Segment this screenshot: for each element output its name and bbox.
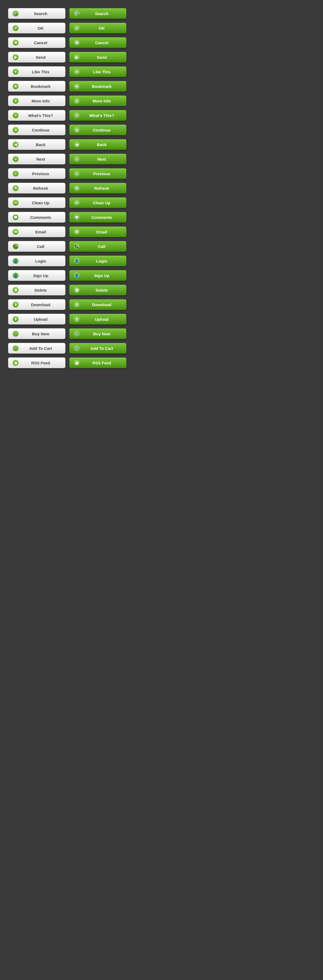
btn-white-previous[interactable]: «Previous — [8, 168, 65, 179]
icon-green-whats-this: ? — [74, 112, 80, 118]
btn-label: Email — [21, 230, 61, 234]
btn-green-clean-up[interactable]: ✂Clean Up — [69, 197, 127, 208]
btn-white-rss-feed[interactable]: ◉RSS Feed — [8, 357, 65, 368]
btn-green-comments[interactable]: 💬Comments — [69, 212, 127, 223]
btn-white-upload[interactable]: ⬆Upload — [8, 314, 65, 325]
icon-like-this: ♥ — [13, 69, 19, 75]
btn-green-bookmark[interactable]: ★Bookmark — [69, 81, 127, 92]
btn-green-email[interactable]: ✉Email — [69, 226, 127, 237]
btn-white-ok[interactable]: ✔OK — [8, 23, 65, 33]
btn-green-login[interactable]: 👤Login — [69, 256, 127, 266]
btn-green-whats-this[interactable]: ?What's This? — [69, 110, 127, 121]
btn-label: Comments — [82, 215, 122, 220]
icon-send: ▶ — [13, 54, 19, 60]
btn-label: RSS Feed — [21, 361, 61, 365]
btn-label: Refresh — [21, 186, 61, 191]
btn-label: Bookmark — [82, 84, 122, 89]
btn-white-continue[interactable]: ⊙Continue — [8, 124, 65, 135]
icon-search: 🔍 — [13, 11, 19, 16]
btn-green-download[interactable]: ⬇Download — [69, 299, 127, 310]
btn-white-comments[interactable]: 💬Comments — [8, 212, 65, 223]
btn-white-bookmark[interactable]: ★Bookmark — [8, 81, 65, 92]
btn-label: More Info — [82, 99, 122, 103]
btn-green-sign-up[interactable]: 👤Sign Up — [69, 270, 127, 281]
btn-green-delete[interactable]: 🗑Delete — [69, 285, 127, 295]
btn-label: Continue — [21, 128, 61, 132]
btn-label: Previous — [21, 172, 61, 176]
btn-white-email[interactable]: ✉Email — [8, 226, 65, 237]
btn-white-send[interactable]: ▶Send — [8, 52, 65, 62]
btn-green-next[interactable]: »Next — [69, 154, 127, 164]
btn-green-search[interactable]: 🔍Search — [69, 8, 127, 19]
btn-label: Upload — [82, 317, 122, 321]
icon-green-more-info: ℹ — [74, 98, 80, 104]
icon-upload: ⬆ — [13, 316, 19, 322]
icon-login: 👤 — [13, 258, 19, 264]
icon-green-upload: ⬆ — [74, 316, 80, 322]
btn-white-more-info[interactable]: ℹMore Info — [8, 95, 65, 106]
btn-green-send[interactable]: ▶Send — [69, 52, 127, 62]
btn-green-add-to-cart[interactable]: 🛒Add To Cart — [69, 343, 127, 354]
icon-green-back: ◀ — [74, 142, 80, 148]
icon-download: ⬇ — [13, 302, 19, 307]
btn-green-ok[interactable]: ✔OK — [69, 23, 127, 33]
btn-label: Like This — [21, 70, 61, 74]
btn-white-refresh[interactable]: ↻Refresh — [8, 183, 65, 194]
btn-label: Download — [21, 302, 61, 307]
btn-white-call[interactable]: 📞Call — [8, 241, 65, 252]
btn-green-cancel[interactable]: ✖Cancel — [69, 37, 127, 48]
icon-green-clean-up: ✂ — [74, 200, 80, 206]
btn-label: Buy Now — [21, 331, 61, 336]
btn-white-like-this[interactable]: ♥Like This — [8, 66, 65, 77]
btn-white-cancel[interactable]: ✖Cancel — [8, 37, 65, 48]
icon-cancel: ✖ — [13, 40, 19, 46]
icon-green-delete: 🗑 — [74, 287, 80, 293]
btn-label: Clean Up — [82, 200, 122, 205]
btn-white-login[interactable]: 👤Login — [8, 256, 65, 266]
btn-green-previous[interactable]: «Previous — [69, 168, 127, 179]
btn-green-like-this[interactable]: ♥Like This — [69, 66, 127, 77]
icon-whats-this: ? — [13, 112, 19, 118]
btn-white-buy-now[interactable]: 🛒Buy Now — [8, 328, 65, 339]
btn-white-back[interactable]: ◀Back — [8, 139, 65, 150]
btn-white-delete[interactable]: 🗑Delete — [8, 285, 65, 295]
btn-green-upload[interactable]: ⬆Upload — [69, 314, 127, 325]
btn-label: Login — [82, 259, 122, 263]
btn-white-whats-this[interactable]: ?What's This? — [8, 110, 65, 121]
btn-green-continue[interactable]: ⊙Continue — [69, 124, 127, 135]
icon-next: » — [13, 156, 19, 162]
btn-label: What's This? — [82, 113, 122, 118]
icon-green-email: ✉ — [74, 229, 80, 235]
btn-green-rss-feed[interactable]: ◉RSS Feed — [69, 357, 127, 368]
icon-green-rss-feed: ◉ — [74, 360, 80, 366]
btn-green-more-info[interactable]: ℹMore Info — [69, 95, 127, 106]
icon-ok: ✔ — [13, 25, 19, 31]
btn-label: OK — [21, 26, 61, 30]
icon-comments: 💬 — [13, 214, 19, 220]
btn-label: More Info — [21, 99, 61, 103]
icon-green-refresh: ↻ — [74, 185, 80, 191]
icon-green-comments: 💬 — [74, 214, 80, 220]
icon-green-sign-up: 👤 — [74, 272, 80, 278]
btn-label: Add To Cart — [82, 346, 122, 351]
button-grid: 🔍Search🔍Search✔OK✔OK✖Cancel✖Cancel▶Send▶… — [5, 5, 129, 371]
btn-white-next[interactable]: »Next — [8, 154, 65, 164]
btn-label: Sign Up — [21, 273, 61, 278]
btn-label: OK — [82, 26, 122, 30]
btn-white-add-to-cart[interactable]: 🛒Add To Cart — [8, 343, 65, 354]
btn-white-download[interactable]: ⬇Download — [8, 299, 65, 310]
btn-green-back[interactable]: ◀Back — [69, 139, 127, 150]
icon-green-bookmark: ★ — [74, 83, 80, 89]
btn-white-sign-up[interactable]: 👤Sign Up — [8, 270, 65, 281]
btn-label: Download — [82, 302, 122, 307]
btn-label: Cancel — [82, 40, 122, 45]
btn-white-search[interactable]: 🔍Search — [8, 8, 65, 19]
btn-green-call[interactable]: 📞Call — [69, 241, 127, 252]
icon-delete: 🗑 — [13, 287, 19, 293]
btn-white-clean-up[interactable]: ✂Clean Up — [8, 197, 65, 208]
btn-green-buy-now[interactable]: 🛒Buy Now — [69, 328, 127, 339]
icon-green-login: 👤 — [74, 258, 80, 264]
btn-green-refresh[interactable]: ↻Refresh — [69, 183, 127, 194]
icon-bookmark: ★ — [13, 83, 19, 89]
icon-more-info: ℹ — [13, 98, 19, 104]
